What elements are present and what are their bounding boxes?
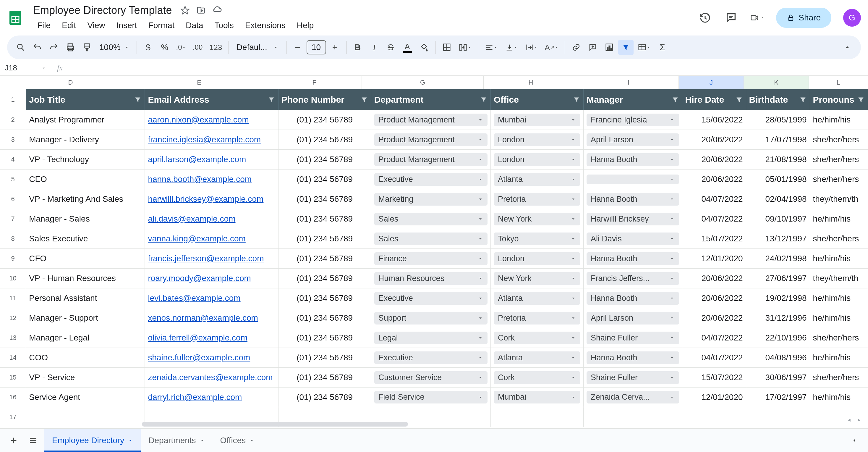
cell-office[interactable]: New York [491, 269, 584, 289]
cell-job-title[interactable]: Manager - Sales [26, 209, 145, 229]
cell-email[interactable]: ali.davis@example.com [145, 209, 278, 229]
row-header[interactable]: 10 [0, 269, 26, 289]
cell-email[interactable]: francine.iglesia@example.com [145, 130, 278, 150]
cell-empty[interactable] [682, 407, 746, 427]
dropdown-chip[interactable]: April Larson [587, 133, 679, 146]
row-header[interactable]: 3 [0, 130, 26, 150]
dropdown-chip[interactable]: Cork [494, 332, 580, 344]
cell-hire-date[interactable]: 15/07/2022 [682, 368, 746, 388]
cell-hire-date[interactable]: 12/01/2020 [682, 388, 746, 407]
sheets-logo[interactable] [5, 7, 26, 28]
cell-birthdate[interactable]: 21/08/1998 [746, 150, 810, 170]
cell-manager[interactable]: Francine Iglesia [584, 110, 682, 130]
table-view-icon[interactable] [635, 40, 654, 55]
cell-department[interactable]: Legal [371, 328, 491, 348]
dropdown-chip[interactable]: Pretoria [494, 312, 580, 325]
cell-job-title[interactable]: COO [26, 348, 145, 368]
dropdown-chip[interactable]: Harwilll Bricksey [587, 213, 679, 225]
row-header[interactable]: 8 [0, 229, 26, 249]
cell-office[interactable]: Mumbai [491, 388, 584, 407]
cell-job-title[interactable]: VP - Marketing And Sales [26, 189, 145, 209]
dropdown-chip[interactable]: Hanna Booth [587, 292, 679, 305]
cell-office[interactable]: Atlanta [491, 170, 584, 189]
cell-manager[interactable]: Ali Davis [584, 229, 682, 249]
column-header-E[interactable]: E [131, 76, 267, 89]
redo-icon[interactable] [46, 40, 61, 55]
cell-empty[interactable] [746, 407, 810, 427]
column-header-I[interactable]: I [578, 76, 679, 89]
avatar[interactable]: G [843, 9, 861, 27]
dropdown-chip[interactable]: Product Management [374, 153, 488, 166]
percent-icon[interactable]: % [157, 40, 173, 55]
cell-phone[interactable]: (01) 234 56789 [278, 308, 371, 328]
rotate-icon[interactable]: A↗ [542, 40, 561, 55]
cell-phone[interactable]: (01) 234 56789 [278, 249, 371, 269]
cell-manager[interactable]: Shaine Fuller [584, 368, 682, 388]
dropdown-chip[interactable]: Hanna Booth [587, 193, 679, 206]
cell-office[interactable]: Cork [491, 368, 584, 388]
cell-email[interactable]: roary.moody@example.com [145, 269, 278, 289]
cell-phone[interactable]: (01) 234 56789 [278, 348, 371, 368]
cloud-status-icon[interactable] [212, 5, 222, 16]
dropdown-chip[interactable]: Cork [494, 371, 580, 384]
all-sheets-icon[interactable] [25, 432, 41, 449]
column-header-L[interactable]: L [809, 76, 868, 89]
cell-job-title[interactable]: VP - Human Resources [26, 269, 145, 289]
row-header[interactable]: 2 [0, 110, 26, 130]
cell-birthdate[interactable]: 13/12/1997 [746, 229, 810, 249]
bold-icon[interactable]: B [350, 40, 365, 55]
search-menus-icon[interactable] [13, 40, 28, 55]
column-header-F[interactable]: F [267, 76, 362, 89]
insert-comment-icon[interactable] [585, 40, 600, 55]
text-color-icon[interactable]: A [400, 40, 415, 55]
cell-email[interactable]: harwilll.bricksey@example.com [145, 189, 278, 209]
dropdown-chip[interactable]: Field Service [374, 391, 488, 403]
cell-email[interactable]: hanna.booth@example.com [145, 170, 278, 189]
cell-office[interactable]: Atlanta [491, 289, 584, 308]
dropdown-chip[interactable]: Sales [374, 233, 488, 245]
row-header[interactable]: 4 [0, 150, 26, 170]
cell-pronouns[interactable]: they/them/th [810, 269, 868, 289]
cell-job-title[interactable]: VP - Technology [26, 150, 145, 170]
row-header[interactable]: 15 [0, 368, 26, 388]
cell-birthdate[interactable]: 22/10/1996 [746, 328, 810, 348]
dropdown-chip[interactable]: April Larson [587, 312, 679, 325]
table-header-cell[interactable]: Hire Date [682, 89, 746, 110]
cell-birthdate[interactable]: 24/02/1998 [746, 249, 810, 269]
cell-empty[interactable] [584, 407, 682, 427]
row-header[interactable]: 6 [0, 189, 26, 209]
font-size-input[interactable]: 10 [307, 40, 326, 54]
cell-hire-date[interactable]: 04/07/2022 [682, 328, 746, 348]
cell-email[interactable]: zenaida.cervantes@example.com [145, 368, 278, 388]
dropdown-chip[interactable]: Atlanta [494, 352, 580, 364]
dropdown-chip[interactable]: Support [374, 312, 488, 325]
strikethrough-icon[interactable]: S [383, 40, 399, 55]
cell-office[interactable]: Pretoria [491, 189, 584, 209]
sheet-tab[interactable]: Departments [141, 429, 212, 452]
cell-job-title[interactable]: Sales Executive [26, 229, 145, 249]
increase-decimal-icon[interactable]: .00 [190, 40, 206, 55]
cell-pronouns[interactable]: she/her/hers [810, 368, 868, 388]
cell-office[interactable]: New York [491, 209, 584, 229]
select-all-corner[interactable] [0, 76, 10, 89]
cell-job-title[interactable]: Analyst Programmer [26, 110, 145, 130]
cell-pronouns[interactable]: she/her/hers [810, 229, 868, 249]
borders-icon[interactable] [439, 40, 455, 55]
cell-office[interactable]: Mumbai [491, 110, 584, 130]
merge-cells-icon[interactable] [456, 40, 474, 55]
dropdown-chip[interactable]: Francis Jeffers... [587, 272, 679, 285]
cell-email[interactable]: aaron.nixon@example.com [145, 110, 278, 130]
cell-phone[interactable]: (01) 234 56789 [278, 209, 371, 229]
cell-office[interactable]: London [491, 249, 584, 269]
spreadsheet-grid[interactable]: DEFGHIJKL 1Job TitleEmail AddressPhone N… [0, 76, 868, 427]
cell-birthdate[interactable]: 09/10/1997 [746, 209, 810, 229]
cell-manager[interactable]: Harwilll Bricksey [584, 209, 682, 229]
cell-birthdate[interactable]: 05/01/1998 [746, 170, 810, 189]
cell-department[interactable]: Human Resources [371, 269, 491, 289]
column-header-G[interactable]: G [362, 76, 484, 89]
cell-birthdate[interactable]: 31/12/1996 [746, 308, 810, 328]
cell-office[interactable]: London [491, 150, 584, 170]
dropdown-chip[interactable]: Francine Iglesia [587, 114, 679, 126]
cell-office[interactable]: Cork [491, 328, 584, 348]
cell-department[interactable]: Product Management [371, 150, 491, 170]
